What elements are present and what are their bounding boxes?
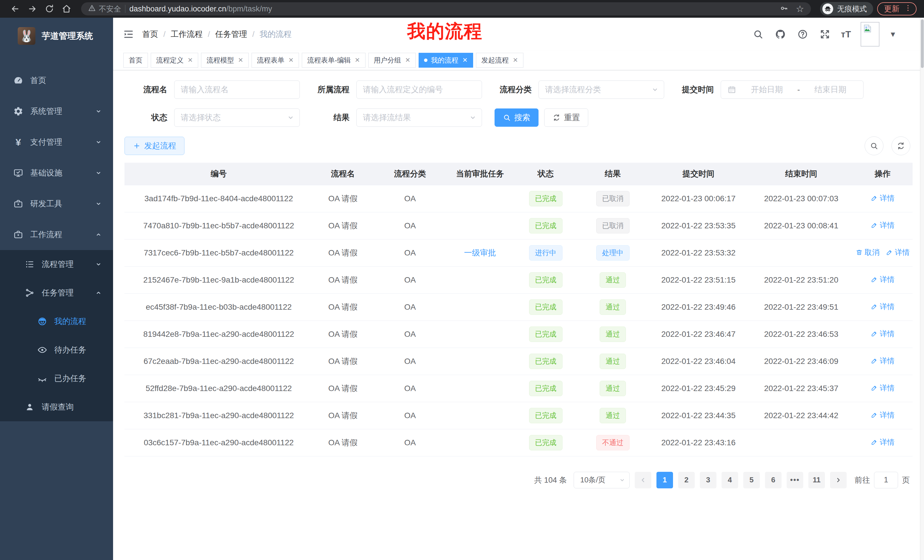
tab-流程定义[interactable]: 流程定义✕	[151, 53, 198, 67]
parent-process-input[interactable]	[363, 85, 476, 94]
sidebar-item-label: 支付管理	[30, 137, 62, 148]
sidebar-item-工作流程[interactable]: 工作流程	[0, 219, 113, 250]
back-icon[interactable]	[9, 2, 22, 15]
status-select-input[interactable]	[181, 113, 293, 122]
create-process-button[interactable]: 发起流程	[124, 137, 184, 155]
page-button-1[interactable]: 1	[657, 472, 673, 488]
page-size-select[interactable]: 10条/页	[574, 472, 630, 488]
close-icon[interactable]: ✕	[188, 57, 193, 64]
refresh-table-button[interactable]	[891, 136, 910, 155]
next-page-button[interactable]	[830, 472, 847, 488]
category-select[interactable]	[538, 81, 664, 99]
reset-button[interactable]: 重置	[544, 108, 588, 127]
sidebar-item-label: 待办任务	[54, 344, 86, 355]
avatar-caret-icon[interactable]: ▼	[889, 30, 897, 39]
detail-link[interactable]: 详情	[871, 302, 895, 312]
sidebar-item-任务管理[interactable]: 任务管理	[0, 279, 113, 307]
page-button-3[interactable]: 3	[700, 472, 716, 488]
result-badge: 已取消	[596, 191, 630, 207]
address-bar[interactable]: 不安全 dashboard.yudao.iocoder.cn/bpm/task/…	[81, 2, 811, 15]
cell-actions: 详情	[853, 320, 913, 347]
prev-page-button[interactable]	[635, 472, 651, 488]
kebab-menu-icon[interactable]	[904, 4, 912, 14]
detail-link[interactable]: 详情	[871, 329, 895, 339]
sidebar-item-流程管理[interactable]: 流程管理	[0, 250, 113, 279]
sidebar-item-系统管理[interactable]: 系统管理	[0, 96, 113, 127]
sidebar-item-首页[interactable]: 首页	[0, 65, 113, 96]
detail-link[interactable]: 详情	[871, 193, 895, 203]
start-date-placeholder[interactable]: 开始日期	[740, 84, 793, 95]
sidebar-item-label: 系统管理	[30, 106, 62, 117]
bookmark-star-icon[interactable]: ☆	[796, 4, 804, 13]
result-select-input[interactable]	[363, 113, 476, 122]
cell-actions: 详情	[853, 375, 913, 402]
page-button-11[interactable]: 11	[808, 472, 825, 488]
collapse-sidebar-icon[interactable]	[119, 25, 138, 43]
detail-link[interactable]: 详情	[871, 410, 895, 420]
show-search-button[interactable]	[865, 136, 884, 155]
update-button[interactable]: 更新	[877, 2, 916, 15]
page-button-5[interactable]: 5	[743, 472, 760, 488]
goto-page-input[interactable]	[874, 472, 898, 488]
detail-link[interactable]: 详情	[871, 383, 895, 393]
detail-link[interactable]: 详情	[871, 437, 895, 447]
page-button-6[interactable]: 6	[765, 472, 782, 488]
sidebar-item-我的流程[interactable]: 我的流程	[0, 307, 113, 335]
sidebar-item-支付管理[interactable]: ¥支付管理	[0, 127, 113, 157]
tab-首页[interactable]: 首页	[123, 53, 148, 67]
process-name-input[interactable]	[181, 85, 293, 94]
status-select[interactable]	[174, 108, 300, 127]
page-ellipsis[interactable]: •••	[787, 472, 803, 488]
page-button-2[interactable]: 2	[678, 472, 695, 488]
detail-link[interactable]: 详情	[871, 275, 895, 284]
tab-流程表单[interactable]: 流程表单✕	[252, 53, 299, 67]
sidebar-item-已办任务[interactable]: 已办任务	[0, 364, 113, 393]
home-icon[interactable]	[60, 2, 73, 15]
task-link[interactable]: 一级审批	[464, 247, 496, 258]
tab-流程模型[interactable]: 流程模型✕	[201, 53, 248, 67]
fullscreen-icon[interactable]	[819, 28, 831, 40]
tab-流程表单-编辑[interactable]: 流程表单-编辑✕	[302, 53, 365, 67]
help-icon[interactable]	[796, 28, 809, 40]
tab-用户分组[interactable]: 用户分组✕	[368, 53, 416, 67]
sidebar-item-研发工具[interactable]: 研发工具	[0, 189, 113, 219]
reload-icon[interactable]	[43, 2, 56, 15]
user-avatar[interactable]	[861, 22, 879, 46]
scrollbar-thumb[interactable]	[921, 19, 924, 68]
sidebar-item-待办任务[interactable]: 待办任务	[0, 335, 113, 364]
tab-发起流程[interactable]: 发起流程✕	[476, 53, 524, 67]
close-icon[interactable]: ✕	[355, 57, 360, 64]
close-icon[interactable]: ✕	[513, 57, 518, 64]
breadcrumb-item[interactable]: 首页	[142, 29, 158, 40]
sidebar-item-请假查询[interactable]: 请假查询	[0, 393, 113, 421]
end-date-placeholder[interactable]: 结束日期	[804, 84, 857, 95]
breadcrumb-item[interactable]: 任务管理	[215, 29, 247, 40]
detail-link[interactable]: 详情	[871, 220, 895, 231]
app-logo[interactable]: 🐰 芋道管理系统	[0, 18, 113, 47]
edit-icon	[871, 195, 878, 202]
detail-link[interactable]: 详情	[886, 247, 910, 258]
close-icon[interactable]: ✕	[462, 57, 467, 64]
page-button-4[interactable]: 4	[722, 472, 738, 488]
close-icon[interactable]: ✕	[405, 57, 410, 64]
forward-icon[interactable]	[26, 2, 39, 15]
font-size-icon[interactable]: ᴛT	[841, 29, 851, 40]
close-icon[interactable]: ✕	[288, 57, 294, 64]
close-icon[interactable]: ✕	[238, 57, 243, 64]
result-select[interactable]	[356, 108, 482, 127]
page-scrollbar[interactable]	[920, 18, 924, 560]
url-text[interactable]: dashboard.yudao.iocoder.cn/bpm/task/my	[129, 4, 272, 13]
search-button[interactable]: 搜索	[495, 108, 538, 127]
sidebar-item-基础设施[interactable]: 基础设施	[0, 157, 113, 189]
detail-link[interactable]: 详情	[871, 356, 895, 366]
breadcrumb-item[interactable]: 工作流程	[171, 29, 203, 40]
cell-task	[447, 320, 513, 347]
search-icon[interactable]	[752, 28, 764, 40]
category-select-input[interactable]	[545, 85, 658, 94]
security-warning[interactable]: 不安全	[88, 4, 121, 14]
github-icon[interactable]	[774, 28, 787, 40]
date-range-picker[interactable]: 开始日期 - 结束日期	[721, 81, 864, 99]
tab-我的流程[interactable]: 我的流程✕	[418, 53, 473, 67]
cancel-link[interactable]: 取消	[855, 247, 879, 258]
key-icon[interactable]	[780, 4, 788, 14]
